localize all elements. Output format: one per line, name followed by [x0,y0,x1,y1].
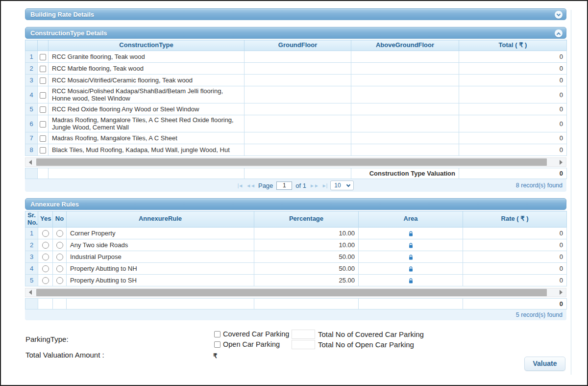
above-ground-floor-cell[interactable] [351,51,459,63]
construction-row-checkbox[interactable] [40,66,46,72]
above-ground-floor-cell[interactable] [351,144,459,156]
construction-row-checkbox[interactable] [40,54,46,60]
scroll-right-arrow-icon[interactable] [556,288,566,297]
rate-cell: 0 [463,239,567,251]
annexure-rule-column-header: AnnexureRule [67,211,254,228]
ground-floor-cell[interactable] [245,103,351,115]
scroll-left-arrow-icon[interactable] [25,158,35,166]
pager: |◄ ◄◄ Page of 1 ►► ►| 10 [238,180,354,190]
scrollbar-track[interactable] [35,289,556,296]
above-ground-floor-cell[interactable] [351,103,459,115]
building-rate-details-header: Building Rate Details [25,8,566,20]
no-radio[interactable] [56,254,63,260]
ground-floor-cell[interactable] [245,144,351,156]
page-size-dropdown[interactable]: 10 [330,180,354,190]
above-ground-floor-cell[interactable] [351,115,459,132]
page-number-input[interactable] [276,181,292,190]
footer-empty-cell [67,298,254,309]
ground-floor-cell[interactable] [245,115,351,132]
row-number: 4 [25,262,38,274]
lock-icon [409,243,413,248]
area-cell [359,262,463,274]
valuate-button[interactable]: Valuate [524,357,565,371]
no-radio[interactable] [56,277,63,284]
scroll-right-arrow-icon[interactable] [556,158,566,166]
total-valuation-amount-label: Total Valuation Amount : [25,351,104,359]
yes-radio-cell [38,227,53,239]
annexure-horizontal-scrollbar[interactable] [25,288,566,297]
footer-yes-cell [38,298,53,309]
row-checkbox-cell [38,144,49,156]
no-radio[interactable] [56,265,63,272]
construction-type-cell: RCC Red Oxide flooring Any Wood or Steel… [49,103,245,115]
panel-right-edge [571,10,571,375]
yes-radio-cell [38,262,53,274]
construction-horizontal-scrollbar[interactable] [25,157,566,167]
scrollbar-track[interactable] [35,158,556,166]
covered-car-parking-checkbox[interactable] [214,331,220,337]
percentage-cell: 25.00 [254,274,359,286]
previous-page-icon[interactable]: ◄◄ [246,183,255,188]
ground-floor-cell[interactable] [245,63,351,75]
construction-row-checkbox[interactable] [40,121,46,128]
yes-radio[interactable] [42,242,49,249]
lock-icon [409,255,413,260]
construction-type-collapse-button[interactable] [555,29,563,37]
no-radio[interactable] [56,230,63,237]
last-page-icon[interactable]: ►| [322,183,327,188]
area-cell [359,251,463,262]
construction-row-checkbox[interactable] [40,92,46,99]
next-page-icon[interactable]: ►► [310,183,318,188]
first-page-icon[interactable]: |◄ [238,183,243,188]
yes-radio[interactable] [42,277,49,284]
ground-floor-cell[interactable] [245,51,351,63]
construction-row-checkbox[interactable] [40,77,46,84]
construction-type-cell: RCC Granite flooring, Teak wood [49,51,245,63]
construction-row-checkbox[interactable] [40,106,46,113]
scroll-left-arrow-icon[interactable] [25,288,35,297]
yes-radio[interactable] [42,265,49,272]
annexure-rate-total: 0 [463,298,567,309]
above-ground-floor-cell[interactable] [351,132,459,144]
construction-row: 8Black Tiles, Mud Roofing, Kadapa, Mud W… [25,144,567,156]
annexure-rules-title: Annexure Rules [30,201,79,208]
scrollbar-thumb[interactable] [36,289,547,296]
total-cell: 0 [459,144,567,156]
ground-floor-cell[interactable] [245,132,351,144]
open-car-parking-checkbox[interactable] [214,341,220,348]
total-cell: 0 [459,75,567,86]
parking-type-label: ParkingType: [25,335,69,343]
row-number: 2 [25,239,38,251]
rupee-symbol: ₹ [213,352,217,360]
total-cell: 0 [459,51,567,63]
total-cell: 0 [459,63,567,75]
construction-type-cell: RCC Mosaic/Polished Kadapa/ShahBad/Betam… [49,86,245,103]
construction-row-checkbox[interactable] [40,135,46,142]
ground-floor-cell[interactable] [245,75,351,86]
annexure-row: 1Corner Property10.000 [25,227,567,239]
no-radio-cell [53,227,67,239]
annexure-row: 2Any Two side Roads10.000 [25,239,567,251]
above-ground-floor-cell[interactable] [351,75,459,86]
covered-parking-count-input[interactable] [292,330,315,339]
ground-floor-cell[interactable] [245,86,351,103]
construction-valuation-row: Construction Type Valuation 0 [25,168,567,179]
yes-radio[interactable] [42,230,49,237]
row-checkbox-cell [38,75,49,86]
yes-radio[interactable] [42,254,49,260]
no-radio[interactable] [56,242,63,249]
scrollbar-thumb[interactable] [36,158,547,166]
building-rate-collapse-button[interactable] [555,11,563,19]
above-ground-floor-cell[interactable] [351,86,459,103]
no-radio-cell [53,239,67,251]
open-parking-count-input[interactable] [292,340,315,349]
row-checkbox-cell [38,51,49,63]
main-content: Building Rate Details ConstructionType D… [25,8,566,381]
footer-no-cell [53,298,67,309]
percentage-cell: 10.00 [254,227,359,239]
construction-pager-band: |◄ ◄◄ Page of 1 ►► ►| 10 8 record(s) fou… [25,179,566,192]
above-ground-floor-cell[interactable] [351,63,459,75]
row-number: 3 [25,251,38,262]
annexure-rule-cell: Property Abutting to SH [67,274,254,286]
construction-row-checkbox[interactable] [40,147,46,154]
